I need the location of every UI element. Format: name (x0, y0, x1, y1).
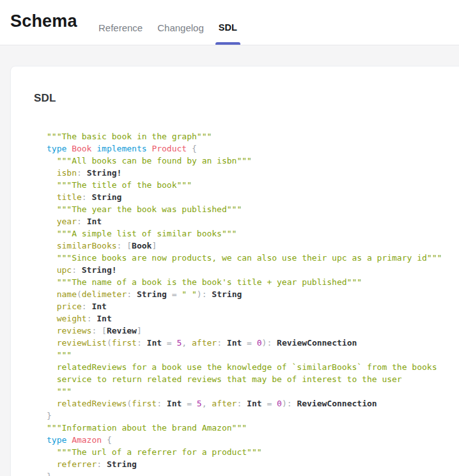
code-line: """The title of the book""" (47, 179, 459, 191)
code-line: service to return related reviews that m… (47, 373, 459, 385)
code-line: type Book implements Product { (47, 142, 459, 155)
code-line: relatedReviews for a book use the knowle… (47, 361, 459, 373)
code-line: """The year the book was published""" (47, 203, 459, 215)
code-line: """Since books are now products, we can … (47, 252, 459, 264)
tab-bar: Reference Changelog SDL (98, 0, 237, 45)
code-line: title: String (47, 191, 459, 203)
app-root: Schema Reference Changelog SDL SDL """Th… (0, 0, 459, 476)
page-title: Schema (10, 12, 77, 31)
code-line: similarBooks: [Book] (47, 240, 459, 252)
code-line: } (47, 470, 459, 476)
tab-reference[interactable]: Reference (98, 0, 143, 45)
tab-sdl[interactable]: SDL (219, 0, 237, 45)
code-line: name(delimeter: String = " "): String (47, 288, 459, 300)
code-line: """All books can be found by an isbn""" (47, 155, 459, 167)
content-area: SDL """The basic book in the graph"""typ… (0, 45, 459, 476)
code-line: """The basic book in the graph""" (47, 130, 459, 142)
tab-changelog[interactable]: Changelog (157, 0, 204, 45)
code-line: """A simple list of similar books""" (47, 227, 459, 240)
code-line: """The url of a referrer for a product""… (47, 446, 459, 458)
code-line: upc: String! (47, 264, 459, 276)
code-line: isbn: String! (47, 167, 459, 179)
code-line: reviewList(first: Int = 5, after: Int = … (47, 337, 459, 349)
code-line: price: Int (47, 300, 459, 312)
code-line: } (47, 410, 459, 422)
sdl-code: """The basic book in the graph"""type Bo… (34, 130, 459, 476)
code-line: """ (47, 349, 459, 361)
code-line: weight: Int (47, 312, 459, 325)
code-line: """Information about the brand Amazon""" (47, 422, 459, 434)
sdl-card: SDL """The basic book in the graph"""typ… (10, 66, 459, 476)
code-line: referrer: String (47, 458, 459, 470)
sdl-heading: SDL (34, 92, 459, 105)
code-line: type Amazon { (47, 434, 459, 446)
code-line: year: Int (47, 215, 459, 227)
code-line: relatedReviews(first: Int = 5, after: In… (47, 397, 459, 410)
code-line: """ (47, 385, 459, 397)
code-line: reviews: [Review] (47, 325, 459, 337)
code-line: """The name of a book is the book's titl… (47, 276, 459, 288)
page-header: Schema Reference Changelog SDL (0, 0, 459, 45)
